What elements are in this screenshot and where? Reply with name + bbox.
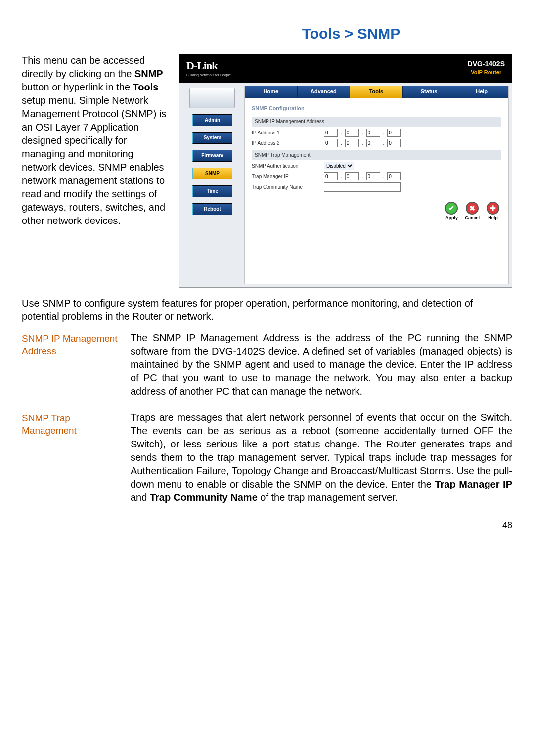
dlink-logo: D-Link Building Networks for People — [186, 58, 231, 78]
tab-status[interactable]: Status — [403, 86, 456, 98]
ip2-oct2[interactable] — [345, 139, 359, 147]
ip2-oct1[interactable] — [324, 139, 338, 147]
def-body-snmp-trap: Traps are messages that alert network pe… — [131, 411, 512, 504]
def-term-snmp-trap: SNMP Trap Management — [22, 411, 126, 437]
ip2-oct3[interactable] — [366, 139, 380, 147]
auth-label: SNMP Authentication — [252, 163, 321, 170]
router-screenshot: D-Link Building Networks for People DVG-… — [179, 54, 512, 288]
trapip-oct1[interactable] — [324, 172, 338, 180]
trap-name-input[interactable] — [324, 182, 401, 192]
ip2-label: IP Address 2 — [252, 140, 321, 147]
tab-tools[interactable]: Tools — [350, 86, 403, 98]
ip1-label: IP Address 1 — [252, 130, 321, 136]
trap-name-label: Trap Community Name — [252, 184, 321, 191]
ip1-oct1[interactable] — [324, 129, 338, 137]
subhead-trap-mgmt: SNMP Trap Management — [252, 150, 501, 160]
trap-ip-label: Trap Manager IP — [252, 173, 321, 180]
x-icon: ✖ — [466, 202, 479, 215]
ip1-oct3[interactable] — [366, 129, 380, 137]
device-illustration — [189, 88, 235, 108]
ip1-oct4[interactable] — [387, 129, 401, 137]
section-title: SNMP Configuration — [252, 105, 501, 112]
trapip-oct2[interactable] — [345, 172, 359, 180]
def-body-snmp-ip: The SNMP IP Management Address is the ad… — [131, 331, 512, 398]
ip2-oct4[interactable] — [387, 139, 401, 147]
sidebar-btn-firmware[interactable]: Firmware — [192, 150, 232, 162]
page-title: Tools > SNMP — [190, 24, 512, 44]
tab-home[interactable]: Home — [245, 86, 298, 98]
help-button[interactable]: ✚ Help — [487, 202, 499, 221]
sidebar-btn-time[interactable]: Time — [192, 185, 232, 197]
def-term-snmp-ip: SNMP IP Management Address — [22, 331, 126, 357]
trapip-oct3[interactable] — [366, 172, 380, 180]
plus-icon: ✚ — [487, 202, 499, 215]
sidebar-btn-admin[interactable]: Admin — [192, 114, 232, 126]
tab-advanced[interactable]: Advanced — [298, 86, 351, 98]
check-icon: ✔ — [445, 202, 458, 215]
ip1-oct2[interactable] — [345, 129, 359, 137]
sidebar-btn-system[interactable]: System — [192, 132, 232, 144]
tab-help[interactable]: Help — [455, 86, 508, 98]
apply-button[interactable]: ✔ Apply — [445, 202, 458, 221]
auth-select[interactable]: Disabled — [324, 162, 354, 170]
mid-paragraph: Use SNMP to configure system features fo… — [22, 297, 512, 323]
sidebar-btn-reboot[interactable]: Reboot — [192, 203, 232, 215]
sidebar-btn-snmp[interactable]: SNMP — [192, 168, 232, 179]
cancel-button[interactable]: ✖ Cancel — [465, 202, 480, 221]
model-label: DVG-1402S VoIP Router — [468, 59, 505, 76]
trapip-oct4[interactable] — [387, 172, 401, 180]
intro-paragraph: This menu can be accessed directly by cl… — [22, 54, 170, 227]
subhead-ip-mgmt: SNMP IP Management Address — [252, 117, 501, 127]
page-number: 48 — [22, 519, 512, 531]
